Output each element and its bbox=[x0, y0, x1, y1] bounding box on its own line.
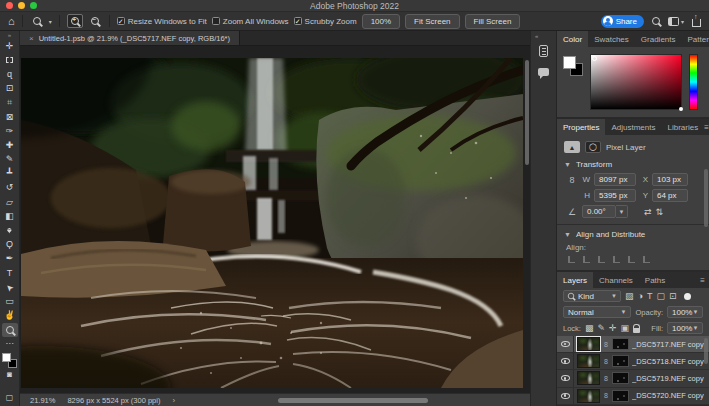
flip-horizontal-icon[interactable]: ⇄ bbox=[644, 207, 652, 217]
tool-path-selection[interactable]: ➤ bbox=[2, 280, 18, 294]
properties-scrollbar[interactable] bbox=[704, 169, 708, 227]
opacity-dropdown[interactable]: 100% ▼ bbox=[667, 306, 703, 318]
zoom-out-button[interactable]: − bbox=[88, 15, 102, 27]
fill-dropdown[interactable]: 100% ▼ bbox=[667, 322, 703, 334]
tool-type[interactable]: T bbox=[2, 266, 18, 280]
blend-mode-dropdown[interactable]: Normal ▼ bbox=[563, 306, 631, 318]
workspace-switcher[interactable]: ▾ bbox=[668, 17, 684, 26]
tool-frame[interactable]: ⊠ bbox=[2, 110, 18, 124]
zoom-tool-preset[interactable] bbox=[30, 15, 44, 27]
tool-brush[interactable]: ✎ bbox=[2, 153, 18, 167]
tab-layers[interactable]: Layers bbox=[557, 272, 593, 288]
zoom-in-button[interactable]: + bbox=[67, 14, 83, 28]
fill-screen-button[interactable]: Fill Screen bbox=[465, 14, 521, 29]
lock-position-icon[interactable]: ✛ bbox=[609, 324, 617, 333]
tool-move[interactable]: ✛ bbox=[2, 39, 18, 53]
layer-mask-thumbnail[interactable] bbox=[612, 355, 629, 367]
close-tab-icon[interactable]: × bbox=[29, 34, 34, 43]
x-field[interactable]: 103 px bbox=[652, 173, 688, 186]
screen-mode-button[interactable]: ▢ bbox=[2, 391, 18, 405]
color-picker-handle[interactable] bbox=[592, 56, 597, 61]
visibility-toggle[interactable] bbox=[557, 370, 574, 386]
tab-color[interactable]: Color bbox=[557, 31, 588, 47]
chevron-down-icon[interactable]: ▾ bbox=[49, 18, 52, 25]
visibility-toggle[interactable] bbox=[557, 353, 574, 369]
filter-type-layers-icon[interactable]: T bbox=[647, 292, 653, 301]
home-icon[interactable]: ⌂ bbox=[8, 16, 15, 26]
share-button[interactable]: Share bbox=[601, 15, 644, 28]
filter-shape-layers-icon[interactable]: ▢ bbox=[656, 292, 665, 301]
tool-dodge[interactable]: Ϙ bbox=[2, 238, 18, 252]
tool-clone-stamp[interactable]: ┻ bbox=[2, 167, 18, 181]
color-fg-bg-swatches[interactable] bbox=[563, 56, 583, 76]
toolbar-expand-icon[interactable]: » bbox=[8, 32, 11, 39]
horizontal-scrollbar[interactable] bbox=[278, 398, 428, 403]
filter-kind-dropdown[interactable]: Kind ▼ bbox=[563, 290, 621, 302]
tab-libraries[interactable]: Libraries bbox=[662, 119, 705, 135]
tab-channels[interactable]: Channels bbox=[593, 272, 639, 288]
layer-thumbnail[interactable] bbox=[577, 389, 600, 403]
width-field[interactable]: 8097 px bbox=[594, 173, 636, 186]
zoom-level[interactable]: 21.91% bbox=[30, 396, 55, 405]
visibility-toggle[interactable] bbox=[557, 336, 574, 352]
layer-name[interactable]: _DSC5719.NEF copy bbox=[632, 374, 704, 383]
layer-mask-thumbnail[interactable] bbox=[612, 338, 629, 350]
tool-blur[interactable]: ♠ bbox=[2, 223, 18, 237]
lock-all-icon[interactable] bbox=[633, 328, 640, 333]
tool-gradient[interactable]: ◧ bbox=[2, 209, 18, 223]
panel-menu-icon[interactable]: ≡ bbox=[700, 276, 705, 285]
align-left-icon[interactable] bbox=[568, 256, 575, 263]
fit-screen-button[interactable]: Fit Screen bbox=[405, 14, 459, 29]
tool-history-brush[interactable]: ↺ bbox=[2, 181, 18, 195]
align-right-icon[interactable] bbox=[598, 256, 605, 263]
tab-properties[interactable]: Properties bbox=[557, 119, 605, 135]
filter-adjustment-layers-icon[interactable]: ◑ bbox=[638, 292, 643, 301]
tool-lasso[interactable]: ɋ bbox=[2, 67, 18, 81]
layers-scrollbar[interactable] bbox=[704, 338, 708, 364]
tool-object-selection[interactable]: ⊡ bbox=[2, 82, 18, 96]
tool-eyedropper[interactable]: ✑ bbox=[2, 124, 18, 138]
tool-pen[interactable]: ✒ bbox=[2, 252, 18, 266]
tool-spot-healing[interactable]: ✚ bbox=[2, 138, 18, 152]
resize-windows-checkbox[interactable]: ✓ Resize Windows to Fit bbox=[117, 17, 207, 26]
filter-smart-objects-icon[interactable]: ⊡ bbox=[669, 292, 677, 301]
tool-hand[interactable]: ✌ bbox=[2, 309, 18, 323]
layer-row[interactable]: 8 _DSC5718.NEF copy bbox=[557, 353, 709, 370]
layer-thumbnail[interactable] bbox=[577, 337, 600, 351]
quick-mask-button[interactable]: ◙ bbox=[2, 368, 18, 382]
layer-row[interactable]: 8 _DSC5720.NEF copy bbox=[557, 388, 709, 405]
saturation-brightness-picker[interactable] bbox=[590, 54, 682, 110]
tool-rectangular-marquee[interactable] bbox=[2, 53, 18, 67]
tool-crop[interactable]: ⌗ bbox=[2, 96, 18, 110]
status-menu-chevron-icon[interactable]: › bbox=[172, 396, 175, 405]
lock-transparency-icon[interactable]: ▩ bbox=[585, 324, 594, 333]
lock-artboard-icon[interactable]: ▣ bbox=[621, 324, 630, 333]
vertical-scrollbar[interactable] bbox=[525, 60, 529, 165]
version-history-icon[interactable] bbox=[539, 45, 548, 57]
search-icon[interactable] bbox=[652, 17, 660, 25]
collapse-caret-icon[interactable]: ▼ bbox=[564, 161, 571, 168]
layer-mask-thumbnail[interactable] bbox=[612, 372, 629, 384]
foreground-background-swatches[interactable] bbox=[2, 353, 17, 368]
zoom-100-button[interactable]: 100% bbox=[362, 14, 400, 29]
collapse-caret-icon[interactable]: ▼ bbox=[564, 231, 571, 238]
filter-pixel-layers-icon[interactable]: ▨ bbox=[625, 292, 634, 301]
layer-mask-thumbnail[interactable] bbox=[612, 390, 629, 402]
tab-swatches[interactable]: Swatches bbox=[588, 31, 635, 47]
rotation-dropdown[interactable]: ▼ bbox=[616, 205, 628, 218]
align-bottom-icon[interactable] bbox=[643, 256, 650, 263]
align-center-v-icon[interactable] bbox=[628, 256, 635, 263]
hue-slider[interactable] bbox=[689, 54, 698, 110]
zoom-all-windows-checkbox[interactable]: Zoom All Windows bbox=[212, 17, 289, 26]
align-top-icon[interactable] bbox=[613, 256, 620, 263]
layer-row[interactable]: 8 _DSC5719.NEF copy bbox=[557, 370, 709, 387]
tool-zoom[interactable] bbox=[2, 323, 18, 337]
tab-gradients[interactable]: Gradients bbox=[635, 31, 682, 47]
tool-eraser[interactable]: ▱ bbox=[2, 195, 18, 209]
layer-thumbnail[interactable] bbox=[577, 354, 600, 368]
tab-patterns[interactable]: Patterns bbox=[682, 31, 709, 47]
panel-menu-icon[interactable]: ≡ bbox=[704, 123, 709, 132]
dock-collapse-icon[interactable]: « bbox=[535, 33, 538, 41]
canvas-viewport[interactable] bbox=[20, 46, 530, 393]
layer-name[interactable]: _DSC5717.NEF copy bbox=[632, 340, 704, 349]
